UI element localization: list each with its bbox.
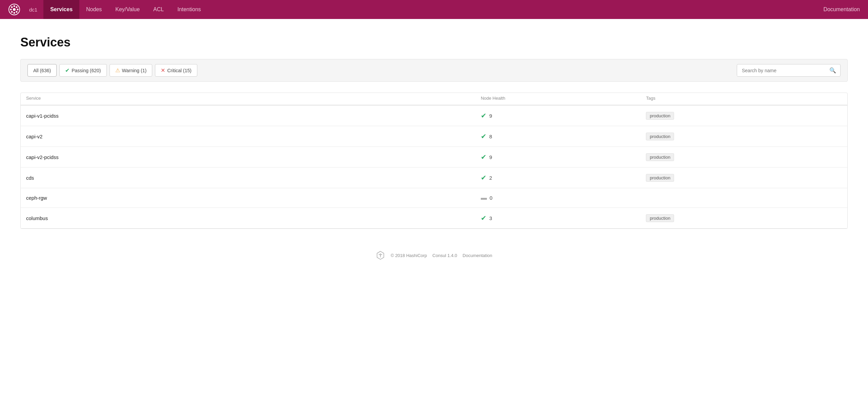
service-name-cell: capi-v2 (21, 126, 475, 147)
nav-keyvalue[interactable]: Key/Value (108, 0, 146, 19)
svg-point-1 (13, 8, 16, 11)
tag-badge: production (646, 112, 674, 120)
node-health-cell: ✔8 (475, 126, 641, 147)
tags-cell: production (640, 168, 847, 188)
footer: © 2018 HashiCorp Consul 1.4.0 Documentat… (0, 242, 868, 268)
warning-icon: ⚠ (115, 67, 120, 74)
nav-documentation[interactable]: Documentation (823, 6, 860, 13)
filter-critical[interactable]: ✕ Critical (15) (155, 64, 197, 77)
tag-badge: production (646, 153, 674, 161)
logo[interactable] (8, 3, 20, 16)
node-health-cell: ✔9 (475, 105, 641, 126)
search-container: 🔍 (737, 64, 841, 77)
node-health-cell: ✔9 (475, 147, 641, 168)
tags-cell: production (640, 147, 847, 168)
service-name-cell: cds (21, 168, 475, 188)
svg-point-9 (11, 11, 13, 13)
services-table: Service Node Health Tags capi-v1-pcidss✔… (21, 93, 847, 229)
tags-cell: production (640, 126, 847, 147)
health-count: 9 (489, 154, 492, 160)
footer-docs-link[interactable]: Documentation (462, 253, 492, 258)
table-row[interactable]: capi-v2-pcidss✔9production (21, 147, 847, 168)
tags-cell: production (640, 105, 847, 126)
hashicorp-logo-icon (376, 251, 385, 260)
search-input[interactable] (737, 65, 825, 76)
filter-passing[interactable]: ✔ Passing (620) (59, 64, 106, 77)
footer-copyright: © 2018 HashiCorp (391, 253, 427, 258)
service-name: capi-v2-pcidss (26, 154, 59, 160)
health-count: 3 (489, 215, 492, 221)
passing-health-icon: ✔ (481, 132, 487, 140)
navbar: dc1 Services Nodes Key/Value ACL Intenti… (0, 0, 868, 19)
filter-warning[interactable]: ⚠ Warning (1) (110, 64, 153, 77)
health-count: 0 (490, 195, 492, 201)
service-name: columbus (26, 215, 48, 221)
table-header-row: Service Node Health Tags (21, 93, 847, 105)
service-name-cell: capi-v2-pcidss (21, 147, 475, 168)
page-title: Services (20, 35, 848, 50)
service-name: ceph-rgw (26, 195, 47, 201)
passing-health-icon: ✔ (481, 153, 487, 161)
health-count: 9 (489, 113, 492, 119)
service-name-cell: ceph-rgw (21, 188, 475, 208)
table-row[interactable]: columbus✔3production (21, 208, 847, 229)
filter-critical-label: Critical (15) (167, 68, 192, 73)
health-count: 8 (489, 134, 492, 139)
passing-icon: ✔ (65, 67, 70, 74)
service-name-cell: columbus (21, 208, 475, 229)
critical-icon: ✕ (161, 67, 165, 74)
service-name: capi-v2 (26, 134, 42, 139)
filter-bar: All (636) ✔ Passing (620) ⚠ Warning (1) … (20, 59, 848, 82)
col-service: Service (21, 93, 475, 105)
filter-buttons: All (636) ✔ Passing (620) ⚠ Warning (1) … (27, 64, 197, 77)
table-row[interactable]: cds✔2production (21, 168, 847, 188)
nav-nodes[interactable]: Nodes (79, 0, 108, 19)
passing-health-icon: ✔ (481, 112, 487, 120)
nav-acl[interactable]: ACL (146, 0, 171, 19)
node-health-cell: ▬0 (475, 188, 641, 208)
unknown-health-icon: ▬ (481, 194, 487, 201)
nav-intentions[interactable]: Intentions (171, 0, 208, 19)
search-icon: 🔍 (829, 67, 836, 73)
svg-point-3 (14, 12, 15, 14)
svg-point-6 (11, 6, 13, 8)
service-name: capi-v1-pcidss (26, 113, 59, 119)
node-health-cell: ✔2 (475, 168, 641, 188)
tag-badge: production (646, 214, 674, 222)
tags-cell (640, 188, 847, 208)
tag-badge: production (646, 174, 674, 182)
col-tags: Tags (640, 93, 847, 105)
health-count: 2 (489, 175, 492, 181)
col-node-health: Node Health (475, 93, 641, 105)
datacenter-label: dc1 (26, 7, 41, 13)
table-row[interactable]: ceph-rgw▬0 (21, 188, 847, 208)
search-button[interactable]: 🔍 (825, 64, 840, 76)
svg-point-2 (14, 5, 15, 7)
svg-point-8 (16, 6, 18, 8)
svg-point-5 (17, 9, 19, 11)
svg-point-7 (16, 11, 18, 13)
footer-version: Consul 1.4.0 (432, 253, 457, 258)
table-row[interactable]: capi-v1-pcidss✔9production (21, 105, 847, 126)
filter-warning-label: Warning (1) (122, 68, 147, 73)
passing-health-icon: ✔ (481, 174, 487, 182)
svg-point-4 (10, 9, 12, 11)
filter-all[interactable]: All (636) (27, 64, 57, 77)
service-name: cds (26, 175, 34, 181)
tags-cell: production (640, 208, 847, 229)
table-row[interactable]: capi-v2✔8production (21, 126, 847, 147)
service-name-cell: capi-v1-pcidss (21, 105, 475, 126)
passing-health-icon: ✔ (481, 214, 487, 222)
main-content: Services All (636) ✔ Passing (620) ⚠ War… (0, 19, 868, 242)
tag-badge: production (646, 133, 674, 140)
services-table-wrapper: Service Node Health Tags capi-v1-pcidss✔… (20, 93, 848, 229)
node-health-cell: ✔3 (475, 208, 641, 229)
filter-passing-label: Passing (620) (72, 68, 101, 73)
nav-services[interactable]: Services (43, 0, 79, 19)
nav-items: Services Nodes Key/Value ACL Intentions (43, 0, 433, 19)
